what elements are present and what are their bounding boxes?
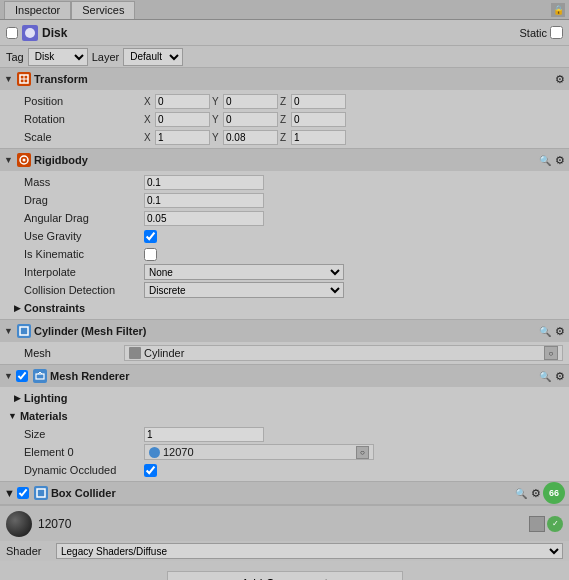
constraints-arrow: ▶ bbox=[14, 303, 21, 313]
layer-label: Layer bbox=[92, 51, 120, 63]
material-dot-btn[interactable]: ✓ bbox=[547, 516, 563, 532]
rigidbody-settings-icon[interactable]: ⚙ bbox=[555, 154, 565, 167]
mesh-filter-settings-icon[interactable]: ⚙ bbox=[555, 325, 565, 338]
rigidbody-section: ▼ Rigidbody 🔍 ⚙ Mass Drag Angular Drag U… bbox=[0, 149, 569, 320]
tag-select[interactable]: Disk bbox=[28, 48, 88, 66]
position-x-input[interactable] bbox=[155, 94, 210, 109]
dynamic-occluded-row: Dynamic Occluded bbox=[0, 461, 569, 479]
rotation-z-input[interactable] bbox=[291, 112, 346, 127]
rotation-xyz: X Y Z bbox=[144, 112, 563, 127]
tab-bar: Inspector Services 🔒 bbox=[0, 0, 569, 20]
rigidbody-inspect-icon[interactable]: 🔍 bbox=[539, 155, 551, 166]
layer-select[interactable]: Default bbox=[123, 48, 183, 66]
svg-rect-10 bbox=[37, 489, 45, 497]
mass-row: Mass bbox=[0, 173, 569, 191]
material-icon-btn[interactable] bbox=[529, 516, 545, 532]
transform-icon bbox=[17, 72, 31, 86]
scale-y-label: Y bbox=[212, 132, 222, 143]
services-tab-label: Services bbox=[82, 4, 124, 16]
mesh-row: Mesh Cylinder ○ bbox=[0, 344, 569, 362]
mesh-renderer-header[interactable]: ▼ Mesh Renderer 🔍 ⚙ bbox=[0, 365, 569, 387]
add-component-button[interactable]: Add Component bbox=[167, 571, 403, 580]
interpolate-select[interactable]: None bbox=[144, 264, 344, 280]
use-gravity-checkbox[interactable] bbox=[144, 230, 157, 243]
mesh-filter-header[interactable]: ▼ Cylinder (Mesh Filter) 🔍 ⚙ bbox=[0, 320, 569, 342]
mesh-renderer-enabled-checkbox[interactable] bbox=[16, 370, 28, 382]
box-collider-inspect-icon[interactable]: 🔍 bbox=[515, 488, 527, 499]
position-label: Position bbox=[24, 95, 144, 107]
mesh-filter-inspect-icon[interactable]: 🔍 bbox=[539, 326, 551, 337]
add-component-area: Add Component bbox=[0, 561, 569, 580]
materials-header[interactable]: ▼ Materials bbox=[0, 407, 569, 425]
size-input[interactable] bbox=[144, 427, 264, 442]
rotation-x-input[interactable] bbox=[155, 112, 210, 127]
object-enabled-checkbox[interactable] bbox=[6, 27, 18, 39]
box-collider-settings-icon[interactable]: ⚙ bbox=[531, 487, 541, 500]
svg-rect-6 bbox=[20, 327, 28, 335]
drag-row: Drag bbox=[0, 191, 569, 209]
element0-label: Element 0 bbox=[24, 446, 144, 458]
lock-icon[interactable]: 🔒 bbox=[551, 3, 565, 17]
constraints-title: Constraints bbox=[24, 302, 85, 314]
use-gravity-row: Use Gravity bbox=[0, 227, 569, 245]
transform-header[interactable]: ▼ Transform ⚙ bbox=[0, 68, 569, 90]
rotation-x-label: X bbox=[144, 114, 154, 125]
collision-detection-label: Collision Detection bbox=[24, 284, 144, 296]
mesh-select-button[interactable]: ○ bbox=[544, 346, 558, 360]
mesh-renderer-settings-icon[interactable]: ⚙ bbox=[555, 370, 565, 383]
mesh-label: Mesh bbox=[24, 347, 124, 359]
rigidbody-title: Rigidbody bbox=[34, 154, 537, 166]
scale-y-input[interactable] bbox=[223, 130, 278, 145]
use-gravity-label: Use Gravity bbox=[24, 230, 144, 242]
collision-detection-select[interactable]: Discrete bbox=[144, 282, 344, 298]
transform-settings-icon[interactable]: ⚙ bbox=[555, 73, 565, 86]
mass-label: Mass bbox=[24, 176, 144, 188]
position-y-label: Y bbox=[212, 96, 222, 107]
lighting-arrow: ▶ bbox=[14, 393, 21, 403]
lighting-title: Lighting bbox=[24, 392, 67, 404]
interpolate-label: Interpolate bbox=[24, 266, 144, 278]
rotation-label: Rotation bbox=[24, 113, 144, 125]
tab-services[interactable]: Services bbox=[71, 1, 135, 19]
element0-value: 12070 bbox=[163, 446, 194, 458]
rigidbody-arrow: ▼ bbox=[4, 155, 14, 165]
tab-inspector[interactable]: Inspector bbox=[4, 1, 71, 19]
position-y-input[interactable] bbox=[223, 94, 278, 109]
position-x-label: X bbox=[144, 96, 154, 107]
is-kinematic-checkbox[interactable] bbox=[144, 248, 157, 261]
rigidbody-header[interactable]: ▼ Rigidbody 🔍 ⚙ bbox=[0, 149, 569, 171]
rigidbody-icon bbox=[17, 153, 31, 167]
angular-drag-input[interactable] bbox=[144, 211, 264, 226]
box-collider-header[interactable]: ▼ Box Collider 🔍 ⚙ 66 bbox=[0, 482, 569, 504]
position-xyz: X Y Z bbox=[144, 94, 563, 109]
shader-select[interactable]: Legacy Shaders/Diffuse bbox=[56, 543, 563, 559]
dynamic-occluded-checkbox[interactable] bbox=[144, 464, 157, 477]
mesh-value-container: Cylinder ○ bbox=[124, 345, 563, 361]
lighting-header[interactable]: ▶ Lighting bbox=[0, 389, 569, 407]
tag-layer-row: Tag Disk Layer Default bbox=[0, 46, 569, 68]
scale-z-input[interactable] bbox=[291, 130, 346, 145]
element0-select-button[interactable]: ○ bbox=[356, 446, 369, 459]
svg-point-0 bbox=[25, 28, 35, 38]
collider-badge: 66 bbox=[543, 482, 565, 504]
mesh-renderer-props: ▶ Lighting ▼ Materials Size Element 0 12… bbox=[0, 387, 569, 481]
scale-xyz: X Y Z bbox=[144, 130, 563, 145]
box-collider-enabled-checkbox[interactable] bbox=[17, 487, 29, 499]
static-checkbox[interactable] bbox=[550, 26, 563, 39]
scale-x-input[interactable] bbox=[155, 130, 210, 145]
mesh-renderer-section: ▼ Mesh Renderer 🔍 ⚙ ▶ Lighting ▼ Materia… bbox=[0, 365, 569, 482]
mass-input[interactable] bbox=[144, 175, 264, 190]
drag-input[interactable] bbox=[144, 193, 264, 208]
position-z-input[interactable] bbox=[291, 94, 346, 109]
scale-row: Scale X Y Z bbox=[0, 128, 569, 146]
constraints-header[interactable]: ▶ Constraints bbox=[0, 299, 569, 317]
box-collider-section: ▼ Box Collider 🔍 ⚙ 66 bbox=[0, 482, 569, 505]
scale-z-label: Z bbox=[280, 132, 290, 143]
size-label: Size bbox=[24, 428, 144, 440]
transform-title: Transform bbox=[34, 73, 553, 85]
rotation-y-input[interactable] bbox=[223, 112, 278, 127]
box-collider-icon bbox=[34, 486, 48, 500]
rigidbody-props: Mass Drag Angular Drag Use Gravity Is Ki… bbox=[0, 171, 569, 319]
mesh-renderer-inspect-icon[interactable]: 🔍 bbox=[539, 371, 551, 382]
is-kinematic-row: Is Kinematic bbox=[0, 245, 569, 263]
